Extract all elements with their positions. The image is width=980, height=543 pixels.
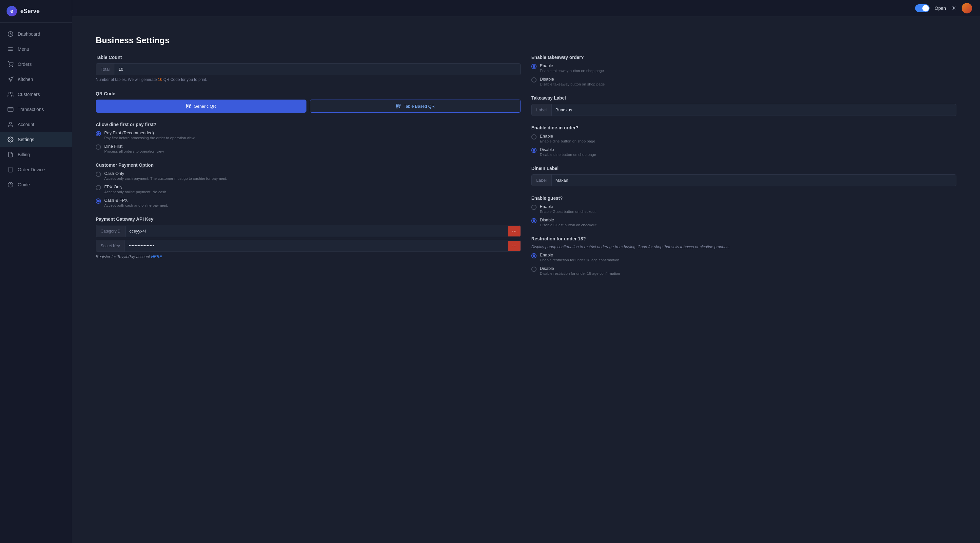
under18-enable-radio[interactable] <box>531 253 536 259</box>
sidebar-item-billing[interactable]: Billing <box>0 147 72 162</box>
sidebar-item-orders[interactable]: Orders <box>0 57 72 72</box>
guest-enable-label: Enable guest? <box>531 195 956 201</box>
account-icon <box>7 121 14 128</box>
takeaway-label-heading: Takeaway Label <box>531 95 956 100</box>
payment-option-radio-group: Cash Only Accept only cash payment. The … <box>96 171 521 207</box>
cash-only-radio[interactable] <box>96 171 101 177</box>
takeaway-enable-option[interactable]: Enable Enable takeaway button on shop pa… <box>531 63 956 73</box>
sidebar-item-order-device[interactable]: Order Device <box>0 162 72 177</box>
table-count-label: Table Count <box>96 55 521 60</box>
toggle-knob <box>922 5 929 11</box>
generic-qr-button[interactable]: Generic QR <box>96 100 307 113</box>
logo-icon: e <box>6 6 17 16</box>
sidebar-item-transactions-label: Transactions <box>18 107 44 112</box>
under18-desc: Display popup confirmation to restrict u… <box>531 245 956 249</box>
takeaway-disable-option[interactable]: Disable Disable takeaway button on shop … <box>531 77 956 86</box>
table-based-qr-button[interactable]: Table Based QR <box>310 100 521 113</box>
dine-in-disable-option[interactable]: Disable Disable dine button on shop page <box>531 147 956 157</box>
takeaway-disable-radio[interactable] <box>531 77 536 83</box>
category-id-more-button[interactable]: ⋯ <box>508 226 520 237</box>
sidebar: e eServe Dashboard Menu Orders Kitc <box>0 0 72 543</box>
sidebar-item-dashboard[interactable]: Dashboard <box>0 27 72 41</box>
theme-toggle-icon[interactable]: ☀ <box>951 5 956 12</box>
qr-icon-table <box>396 103 401 109</box>
guest-enable-opt-desc: Enable Guest button on checkout <box>540 210 595 214</box>
sidebar-item-settings-label: Settings <box>18 137 34 142</box>
payment-option-section: Customer Payment Option Cash Only Accept… <box>96 162 521 207</box>
left-column: Table Count Total Number of tables. We w… <box>96 55 521 277</box>
dine-first-radio[interactable] <box>96 144 101 150</box>
topbar: Open ☀ <box>72 0 980 16</box>
pay-first-option[interactable]: Pay First (Recommended) Pay first before… <box>96 130 521 140</box>
dine-pay-section: Allow dine first or pay first? Pay First… <box>96 122 521 153</box>
category-id-input[interactable] <box>126 225 508 237</box>
takeaway-radio-group: Enable Enable takeaway button on shop pa… <box>531 63 956 86</box>
cash-fpx-option[interactable]: Cash & FPX Accept both cash and online p… <box>96 198 521 207</box>
guest-section: Enable guest? Enable Enable Guest button… <box>531 195 956 227</box>
dine-in-enable-option[interactable]: Enable Enable dine button on shop page <box>531 133 956 143</box>
under18-disable-radio[interactable] <box>531 267 536 272</box>
cash-fpx-radio[interactable] <box>96 198 101 204</box>
sidebar-item-customers[interactable]: Customers <box>0 87 72 102</box>
api-key-group: CategoryID ⋯ Secret Key ⋯ Register for T… <box>96 225 521 259</box>
guest-enable-option[interactable]: Enable Enable Guest button on checkout <box>531 204 956 214</box>
under18-enable-option[interactable]: Enable Enable restriction for under 18 a… <box>531 252 956 262</box>
takeaway-label-input-group: Label <box>531 104 956 116</box>
main-area: Open ☀ Business Settings Table Count Tot… <box>72 0 980 543</box>
dine-in-section: Enable dine-in order? Enable Enable dine… <box>531 125 956 157</box>
guide-icon <box>7 181 14 188</box>
qr-code-label: QR Code <box>96 91 521 96</box>
under18-enable-opt-label: Enable <box>540 252 619 257</box>
nav-menu: Dashboard Menu Orders Kitchen Customers <box>0 22 72 543</box>
qr-code-section: QR Code Generic QR Table Based QR <box>96 91 521 113</box>
secret-key-more-button[interactable]: ⋯ <box>508 241 520 251</box>
guest-disable-opt-desc: Disable Guest button on checkout <box>540 223 597 227</box>
guest-disable-option[interactable]: Disable Disable Guest button on checkout <box>531 218 956 227</box>
logo-area: e eServe <box>0 0 72 22</box>
sidebar-item-account-label: Account <box>18 122 34 127</box>
sidebar-item-kitchen[interactable]: Kitchen <box>0 72 72 87</box>
fpx-only-desc: Accept only online payment. No cash. <box>104 190 167 194</box>
register-here-link[interactable]: HERE <box>151 254 162 259</box>
dine-in-disable-opt-label: Disable <box>540 147 596 152</box>
table-count-input[interactable] <box>115 64 520 75</box>
under18-radio-group: Enable Enable restriction for under 18 a… <box>531 252 956 275</box>
svg-rect-16 <box>189 104 191 106</box>
guest-enable-radio[interactable] <box>531 205 536 210</box>
page-content: Business Settings Table Count Total Numb… <box>85 26 967 286</box>
takeaway-label-input[interactable] <box>552 104 956 116</box>
cash-only-option[interactable]: Cash Only Accept only cash payment. The … <box>96 171 521 181</box>
open-toggle[interactable] <box>915 4 929 12</box>
sidebar-item-transactions[interactable]: Transactions <box>0 102 72 117</box>
takeaway-label-section: Takeaway Label Label <box>531 95 956 116</box>
register-link-area: Register for ToyyibPay account HERE <box>96 254 521 259</box>
secret-key-input[interactable] <box>125 240 508 251</box>
takeaway-section: Enable takeaway order? Enable Enable tak… <box>531 55 956 86</box>
svg-rect-7 <box>8 107 13 111</box>
dine-in-radio-group: Enable Enable dine button on shop page D… <box>531 133 956 157</box>
sidebar-item-billing-label: Billing <box>18 152 30 157</box>
dine-in-enable-radio[interactable] <box>531 134 536 140</box>
sidebar-item-orders-label: Orders <box>18 62 32 67</box>
under18-disable-opt-desc: Disable restriction for under 18 age con… <box>540 272 620 275</box>
sidebar-item-guide[interactable]: Guide <box>0 177 72 192</box>
sidebar-item-account[interactable]: Account <box>0 117 72 132</box>
svg-point-9 <box>10 122 11 124</box>
under18-section: Restriction for under 18? Display popup … <box>531 236 956 275</box>
sidebar-item-menu[interactable]: Menu <box>0 41 72 57</box>
fpx-only-radio[interactable] <box>96 185 101 190</box>
takeaway-enable-radio[interactable] <box>531 64 536 69</box>
sidebar-item-settings[interactable]: Settings <box>0 132 72 147</box>
dine-in-disable-radio[interactable] <box>531 148 536 153</box>
avatar[interactable] <box>962 3 972 13</box>
cash-fpx-desc: Accept both cash and online payment. <box>104 203 168 207</box>
dinein-label-input[interactable] <box>552 175 956 186</box>
table-count-section: Table Count Total Number of tables. We w… <box>96 55 521 82</box>
pay-first-radio[interactable] <box>96 131 101 136</box>
guest-disable-radio[interactable] <box>531 218 536 223</box>
under18-disable-option[interactable]: Disable Disable restriction for under 18… <box>531 266 956 275</box>
dine-first-option[interactable]: Dine First Process all orders to operati… <box>96 144 521 153</box>
pay-first-label: Pay First (Recommended) <box>104 130 195 135</box>
dine-first-desc: Process all orders to operation view <box>104 149 164 153</box>
fpx-only-option[interactable]: FPX Only Accept only online payment. No … <box>96 184 521 194</box>
